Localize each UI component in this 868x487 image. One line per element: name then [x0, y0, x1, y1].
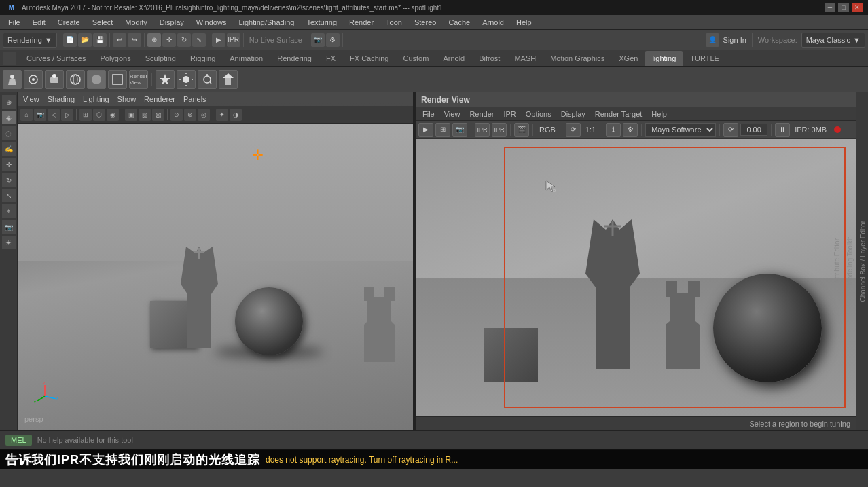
camera-icon[interactable]: 📷	[311, 33, 325, 47]
menu-texturing[interactable]: Texturing	[301, 17, 342, 28]
vp-tb-home[interactable]: ⌂	[20, 109, 33, 121]
rv-value-input[interactable]	[740, 124, 767, 136]
rv-menu-view[interactable]: View	[440, 110, 465, 118]
rv-menu-display[interactable]: Display	[557, 110, 590, 118]
lt-scale-icon[interactable]: ⤡	[2, 189, 16, 202]
vp-tb-camera[interactable]: 📷	[34, 109, 46, 121]
undo-icon[interactable]: ↩	[113, 33, 126, 47]
vp-tb-aa[interactable]: ⊙	[170, 109, 183, 121]
viewport-left[interactable]: View Shading Lighting Show Renderer Pane…	[18, 92, 414, 430]
transform-icon[interactable]: ✛	[162, 33, 176, 47]
menu-create[interactable]: Create	[52, 17, 86, 28]
rv-menu-render-target[interactable]: Render Target	[591, 110, 647, 118]
minimize-button[interactable]: ─	[825, 3, 835, 12]
vp-tb-grid[interactable]: ⊞	[79, 109, 92, 121]
menu-lighting-shading[interactable]: Lighting/Shading	[233, 17, 300, 28]
ipr-render-icon[interactable]: IPR	[227, 33, 240, 47]
rv-ipr-icon[interactable]: IPR	[475, 123, 490, 137]
mel-badge[interactable]: MEL	[5, 435, 32, 446]
menu-modify[interactable]: Modify	[120, 17, 152, 28]
tab-fx-caching[interactable]: FX Caching	[343, 51, 395, 66]
tabs-menu-icon[interactable]: ☰	[3, 52, 16, 65]
shelf-icon-square[interactable]	[108, 70, 127, 89]
vp-tb-smooth[interactable]: ◉	[107, 109, 119, 121]
menu-help[interactable]: Help	[511, 17, 537, 28]
menu-file[interactable]: File	[3, 17, 26, 28]
tab-motion-graphics[interactable]: Motion Graphics	[543, 51, 611, 66]
vp-tb-wireframe[interactable]: ⬡	[93, 109, 105, 121]
vp-menu-view[interactable]: View	[20, 95, 42, 103]
vp-tb-ao[interactable]: ◑	[230, 109, 242, 121]
rv-renderer-select[interactable]: Maya Software	[645, 123, 716, 137]
rv-region-button[interactable]: ⊞	[435, 123, 450, 137]
shelf-icon-light1[interactable]	[156, 70, 175, 89]
menu-windows[interactable]: Windows	[191, 17, 232, 28]
render-icon[interactable]: ▶	[212, 33, 225, 47]
sign-in-label[interactable]: Sign In	[721, 36, 749, 44]
tab-lighting[interactable]: lighting	[645, 51, 683, 66]
vp-menu-panels[interactable]: Panels	[181, 95, 209, 103]
shelf-icon-active[interactable]	[87, 70, 106, 89]
redo-icon[interactable]: ↪	[128, 33, 141, 47]
rv-menu-help[interactable]: Help	[647, 110, 671, 118]
menu-cache[interactable]: Cache	[443, 17, 475, 28]
rs-tab-attribute-editor[interactable]: Attribute Editor	[832, 233, 842, 289]
tab-bifrost[interactable]: Bifrost	[472, 51, 507, 66]
menu-display[interactable]: Display	[154, 17, 189, 28]
vp-tb-shading3[interactable]: ▨	[152, 109, 164, 121]
menu-stereo[interactable]: Stereo	[409, 17, 441, 28]
shelf-icon-render-view[interactable]: Render View	[129, 70, 148, 89]
menu-select[interactable]: Select	[87, 17, 119, 28]
rv-color-icon[interactable]: ⟳	[566, 123, 581, 137]
tab-rigging[interactable]: Rigging	[183, 51, 222, 66]
vp-tb-isolate[interactable]: ◎	[198, 109, 210, 121]
rv-menu-options[interactable]: Options	[522, 110, 556, 118]
close-button[interactable]: ✕	[852, 3, 863, 12]
lt-light-icon[interactable]: ☀	[2, 236, 16, 249]
tab-arnold[interactable]: Arnold	[436, 51, 471, 66]
tab-mash[interactable]: MASH	[507, 51, 543, 66]
rs-tab-modeling-toolkit[interactable]: Modeling Toolkit	[845, 232, 855, 291]
lt-rotate-icon[interactable]: ↻	[2, 173, 16, 187]
maximize-button[interactable]: □	[838, 3, 849, 12]
workspace-dropdown[interactable]: Maya Classic ▼	[801, 33, 865, 48]
render-canvas[interactable]: B	[416, 139, 856, 416]
vp-tb-next[interactable]: ▷	[61, 109, 73, 121]
tab-custom[interactable]: Custom	[397, 51, 436, 66]
vp-tb-hud[interactable]: ⊚	[184, 109, 196, 121]
tab-sculpting[interactable]: Sculpting	[139, 51, 183, 66]
open-file-icon[interactable]: 📂	[78, 33, 92, 47]
rv-info-icon[interactable]: ℹ	[606, 123, 621, 137]
rv-snapshot-button[interactable]: 📷	[452, 123, 467, 137]
lt-select-icon[interactable]: ⊕	[2, 95, 16, 109]
rotate-icon[interactable]: ↻	[177, 33, 191, 47]
lt-snap-icon[interactable]: ⌖	[2, 204, 16, 218]
menu-arnold[interactable]: Arnold	[477, 17, 509, 28]
rv-ipr2-icon[interactable]: IPR	[492, 123, 507, 137]
shelf-icon-2[interactable]	[24, 70, 43, 89]
lt-paint-icon[interactable]: ✍	[2, 142, 16, 156]
vp-menu-shading[interactable]: Shading	[45, 95, 77, 103]
rv-settings-icon[interactable]: ⚙	[623, 123, 638, 137]
vp-tb-prev[interactable]: ◁	[48, 109, 60, 121]
shelf-icon-light3[interactable]	[198, 70, 217, 89]
lt-select-mode-icon[interactable]: ◈	[2, 111, 16, 124]
vp-menu-lighting[interactable]: Lighting	[80, 95, 112, 103]
lt-move-icon[interactable]: ✛	[2, 158, 16, 171]
sign-in-icon[interactable]: 👤	[706, 33, 719, 47]
shelf-icon-sphere[interactable]	[66, 70, 85, 89]
rv-camera-icon[interactable]: 🎬	[514, 123, 529, 137]
vp-menu-renderer[interactable]: Renderer	[141, 95, 178, 103]
rv-menu-render[interactable]: Render	[465, 110, 498, 118]
select-icon[interactable]: ⊕	[147, 33, 161, 47]
render-settings-icon[interactable]: ⚙	[326, 33, 340, 47]
new-file-icon[interactable]: 📄	[63, 33, 77, 47]
vp-tb-xray[interactable]: ✦	[216, 109, 228, 121]
shelf-icon-light4[interactable]	[219, 70, 238, 89]
tab-turtle[interactable]: TURTLE	[683, 51, 726, 66]
tab-fx[interactable]: FX	[319, 51, 342, 66]
vp-tb-shading2[interactable]: ▧	[139, 109, 151, 121]
tab-polygons[interactable]: Polygons	[93, 51, 137, 66]
rv-refresh-icon[interactable]: ⟳	[723, 123, 738, 137]
scale-icon[interactable]: ⤡	[192, 33, 206, 47]
